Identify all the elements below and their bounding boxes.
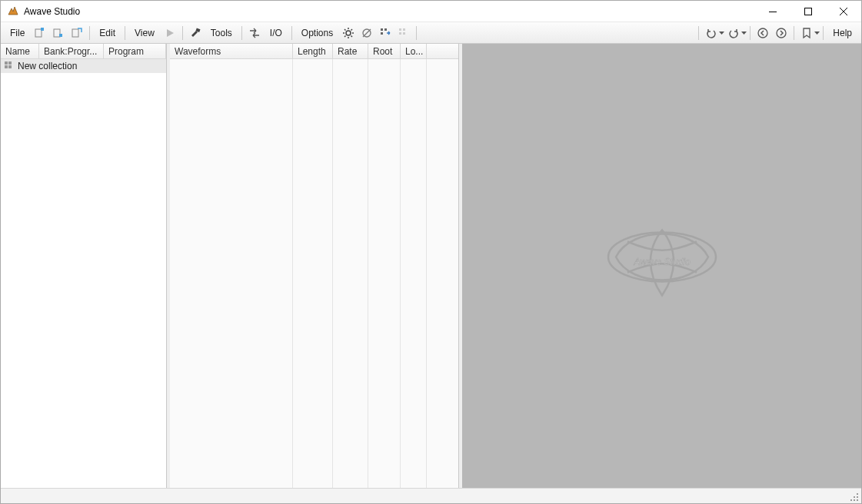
redo-icon[interactable] xyxy=(724,25,743,41)
svg-rect-25 xyxy=(403,32,405,35)
column-length[interactable]: Length xyxy=(293,44,333,58)
column-root[interactable]: Root xyxy=(368,44,401,58)
gear-icon[interactable] xyxy=(339,25,358,41)
svg-rect-36 xyxy=(850,499,852,501)
midi-off-icon[interactable] xyxy=(358,25,376,41)
watermark: Awave Studio xyxy=(547,211,777,321)
toolbar-separator xyxy=(416,26,417,40)
svg-line-14 xyxy=(351,35,353,37)
bookmark-dropdown[interactable] xyxy=(814,25,820,41)
svg-rect-2 xyxy=(35,29,42,37)
bookmark-icon[interactable] xyxy=(797,25,816,41)
view-menu[interactable]: View xyxy=(128,25,161,41)
toolbar-separator xyxy=(241,26,242,40)
file-menu[interactable]: File xyxy=(4,25,31,41)
grid-arrows-icon[interactable] xyxy=(376,25,394,41)
toolbar-separator xyxy=(794,26,794,40)
column-rate[interactable]: Rate xyxy=(333,44,368,58)
svg-point-8 xyxy=(346,31,351,35)
svg-rect-22 xyxy=(399,28,401,31)
watermark-text: Awave Studio xyxy=(633,257,690,267)
toolbar-separator xyxy=(125,26,125,40)
preview-panel: Awave Studio xyxy=(462,44,861,488)
svg-point-26 xyxy=(758,28,767,38)
toolbar-separator xyxy=(291,26,292,40)
window-title: Awave Studio xyxy=(24,6,80,17)
column-tail[interactable] xyxy=(427,44,458,58)
svg-rect-28 xyxy=(5,61,8,65)
titlebar: Awave Studio xyxy=(1,1,861,22)
toolbar-separator xyxy=(89,26,90,40)
file-tool-3-icon[interactable] xyxy=(68,25,86,41)
svg-rect-34 xyxy=(854,499,855,501)
redo-dropdown[interactable] xyxy=(741,25,747,41)
svg-line-13 xyxy=(344,29,346,31)
tree-item-label: New collection xyxy=(18,61,77,71)
svg-rect-0 xyxy=(769,12,777,12)
toolbar: File Edit View Tools xyxy=(1,22,861,44)
left-panel: Name Bank:Progr... Program New collectio… xyxy=(1,44,167,488)
tools-menu[interactable]: Tools xyxy=(205,25,238,41)
nav-back-icon[interactable] xyxy=(754,25,772,41)
svg-rect-35 xyxy=(857,496,858,498)
undo-icon[interactable] xyxy=(702,25,721,41)
column-name[interactable]: Name xyxy=(1,44,39,58)
toolbar-separator xyxy=(750,26,751,40)
svg-point-27 xyxy=(777,28,786,38)
svg-rect-3 xyxy=(41,28,44,31)
app-icon xyxy=(7,5,19,18)
resize-grip-icon[interactable] xyxy=(847,490,860,502)
app-window: Awave Studio File Edit View xyxy=(0,0,862,504)
column-bank-program[interactable]: Bank:Progr... xyxy=(39,44,104,58)
file-tool-1-icon[interactable] xyxy=(31,25,49,41)
svg-rect-24 xyxy=(399,32,401,35)
toolbar-separator xyxy=(823,26,824,40)
play-icon[interactable] xyxy=(161,25,179,41)
io-menu[interactable]: I/O xyxy=(264,25,288,41)
svg-rect-5 xyxy=(59,34,62,37)
help-menu[interactable]: Help xyxy=(827,25,858,41)
collection-icon xyxy=(4,61,15,71)
waveform-list[interactable] xyxy=(170,59,458,488)
svg-rect-31 xyxy=(8,65,12,68)
nav-forward-icon[interactable] xyxy=(772,25,790,41)
grid-disabled-icon[interactable] xyxy=(394,25,413,41)
options-menu[interactable]: Options xyxy=(295,25,339,41)
svg-line-16 xyxy=(344,35,346,37)
column-waveforms[interactable]: Waveforms xyxy=(170,44,293,58)
maximize-button[interactable] xyxy=(790,1,826,22)
tree-item-new-collection[interactable]: New collection xyxy=(1,59,166,73)
edit-menu[interactable]: Edit xyxy=(93,25,121,41)
toolbar-separator xyxy=(182,26,183,40)
svg-rect-4 xyxy=(54,29,60,37)
hammer-icon[interactable] xyxy=(186,25,205,41)
toolbar-separator xyxy=(698,26,699,40)
middle-panel: Waveforms Length Rate Root Lo... xyxy=(170,44,459,488)
svg-rect-23 xyxy=(403,28,405,31)
statusbar xyxy=(1,488,861,503)
svg-rect-6 xyxy=(72,29,78,37)
column-program[interactable]: Program xyxy=(104,44,166,58)
svg-rect-20 xyxy=(384,28,387,31)
svg-rect-21 xyxy=(381,32,383,35)
minimize-button[interactable] xyxy=(755,1,790,22)
file-tool-2-icon[interactable] xyxy=(49,25,68,41)
svg-rect-30 xyxy=(5,65,8,68)
mid-column-headers: Waveforms Length Rate Root Lo... xyxy=(170,44,458,59)
svg-rect-33 xyxy=(857,499,858,501)
column-loop[interactable]: Lo... xyxy=(401,44,427,58)
undo-dropdown[interactable] xyxy=(719,25,724,41)
svg-rect-29 xyxy=(8,61,12,65)
left-tree[interactable]: New collection xyxy=(1,59,166,488)
svg-rect-19 xyxy=(381,28,383,31)
left-column-headers: Name Bank:Progr... Program xyxy=(1,44,166,59)
io-arrows-icon[interactable] xyxy=(245,25,264,41)
svg-rect-37 xyxy=(854,496,855,498)
client-area: Name Bank:Progr... Program New collectio… xyxy=(1,44,861,488)
close-button[interactable] xyxy=(826,1,861,22)
svg-rect-38 xyxy=(857,493,858,495)
svg-rect-1 xyxy=(805,8,812,15)
svg-line-15 xyxy=(351,29,353,31)
